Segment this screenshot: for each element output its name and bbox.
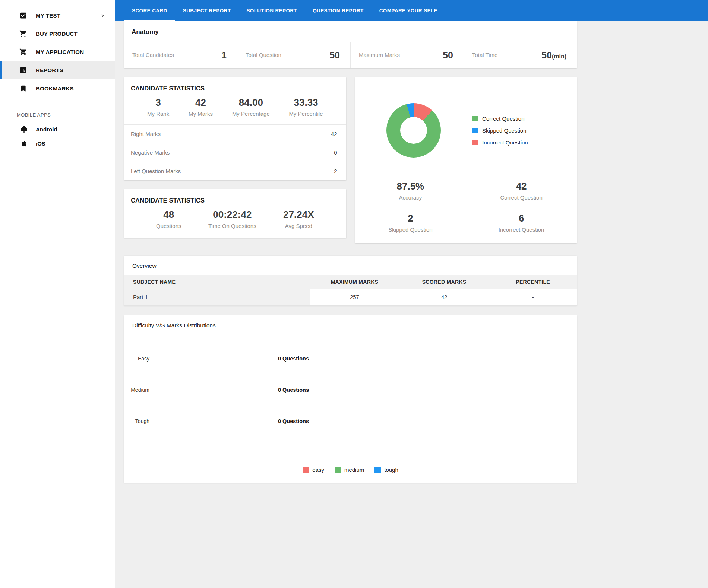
row-negative-marks: Negative Marks 0	[124, 143, 346, 162]
sidebar-item-label: MY TEST	[36, 12, 60, 19]
y-axis-label: Tough	[124, 418, 149, 424]
column-header-scored-marks: SCORED MARKS	[399, 275, 489, 289]
sidebar-item-my-test[interactable]: MY TEST	[0, 6, 115, 25]
stat-label: Questions	[156, 223, 181, 229]
stat-value: 84.00	[232, 97, 270, 108]
legend-medium: medium	[335, 467, 364, 473]
table-row: Part 1 257 42 -	[124, 289, 577, 306]
stat-value: 42	[466, 181, 577, 192]
tab-question-report[interactable]: QUESTION REPORT	[305, 0, 372, 21]
y-axis-label: Medium	[124, 387, 149, 393]
legend-swatch-incorrect	[472, 140, 478, 145]
app-item-label: Android	[36, 126, 57, 133]
legend-swatch-correct	[472, 116, 478, 121]
difficulty-card: Difficulty V/S Marks Distributions Easy …	[124, 315, 577, 483]
legend-label: tough	[384, 467, 398, 473]
legend-tough: tough	[374, 467, 398, 473]
difficulty-row-tough: Tough 0 Questions	[124, 406, 577, 437]
legend-label: Skipped Question	[482, 127, 526, 134]
donut-wrap	[355, 103, 473, 158]
plot-area: 0 Questions	[155, 406, 577, 437]
chevron-right-icon[interactable]	[100, 13, 105, 18]
sidebar-item-bookmarks[interactable]: BOOKMARKS	[0, 79, 115, 98]
cell-subject-name: Part 1	[124, 289, 310, 306]
stat-label: Avg Speed	[283, 223, 314, 229]
sidebar-item-buy-product[interactable]: BUY PRODUCT	[0, 25, 115, 43]
stat-avg-speed: 27.24X Avg Speed	[283, 209, 314, 229]
app-item-label: iOS	[36, 140, 45, 147]
row-value: 42	[331, 131, 337, 137]
stat-value: 2	[355, 213, 466, 224]
sidebar-item-android[interactable]: Android	[0, 122, 115, 136]
stat-total-candidates: Total Candidates 1	[124, 42, 237, 68]
difficulty-title: Difficulty V/S Marks Distributions	[124, 315, 577, 329]
stat-my-percentile: 33.33 My Percentile	[289, 97, 323, 117]
sidebar: MY TEST BUY PRODUCT MY APPLICATION REPOR…	[0, 0, 115, 588]
legend-label: Correct Question	[482, 115, 524, 122]
main-area: SCORE CARD SUBJECT REPORT SOLUTION REPOR…	[115, 0, 708, 588]
candidate-big-stats: 3 My Rank 42 My Marks 84.00 My Percentag…	[124, 92, 346, 124]
stat-label: My Marks	[189, 111, 213, 117]
stat-value: 87.5%	[355, 181, 466, 192]
cell-maximum-marks: 257	[310, 289, 399, 306]
anatomy-stats: Total Candidates 1 Total Question 50 Max…	[124, 42, 577, 68]
cell-percentile: -	[489, 289, 577, 306]
sidebar-item-ios[interactable]: iOS	[0, 136, 115, 150]
stats-column: CANDIDATE STATISTICS 3 My Rank 42 My Mar…	[124, 77, 346, 243]
stat-value: 50	[329, 50, 340, 61]
row-label: Right Marks	[131, 131, 161, 137]
sidebar-item-my-application[interactable]: MY APPLICATION	[0, 43, 115, 61]
legend-label: Incorrect Question	[482, 139, 528, 146]
gridline	[276, 406, 276, 437]
row-right-marks: Right Marks 42	[124, 124, 346, 143]
stat-label: Incorrect Question	[466, 226, 577, 233]
legend-incorrect-question: Incorrect Question	[472, 139, 528, 146]
legend-swatch-tough	[374, 467, 381, 473]
app: MY TEST BUY PRODUCT MY APPLICATION REPOR…	[0, 0, 708, 588]
legend-correct-question: Correct Question	[472, 115, 528, 122]
checked-box-icon	[19, 12, 27, 19]
stat-label: Total Question	[246, 51, 281, 60]
overview-title: Overview	[124, 256, 577, 275]
anatomy-card: Anatomy Total Candidates 1 Total Questio…	[124, 21, 577, 68]
legend-swatch-easy	[303, 467, 309, 473]
cell-scored-marks: 42	[399, 289, 489, 306]
mobile-apps-section-label: MOBILE APPS	[17, 112, 115, 118]
stat-label: Time On Questions	[208, 223, 256, 229]
tab-compare-your-self[interactable]: COMPARE YOUR SELF	[372, 0, 445, 21]
row-left-question-marks: Left Question Marks 2	[124, 162, 346, 180]
sidebar-item-label: BOOKMARKS	[36, 85, 74, 92]
gridline	[276, 374, 276, 406]
tab-solution-report[interactable]: SOLUTION REPORT	[238, 0, 305, 21]
legend-label: medium	[344, 467, 364, 473]
sidebar-item-reports[interactable]: REPORTS	[0, 61, 115, 79]
donut-area: Correct Question Skipped Question Incorr…	[355, 77, 577, 158]
stat-value: 27.24X	[283, 209, 314, 220]
stat-label: Total Time	[472, 51, 497, 60]
y-axis-label: Easy	[124, 356, 149, 362]
column-header-maximum-marks: MAXIMUM MARKS	[310, 275, 399, 289]
row-value: 0	[334, 149, 337, 156]
difficulty-legend: easy medium tough	[124, 467, 577, 473]
row-label: Left Question Marks	[131, 168, 181, 174]
stat-label: My Percentile	[289, 111, 323, 117]
tab-score-card[interactable]: SCORE CARD	[124, 0, 175, 21]
apple-icon	[20, 140, 28, 147]
stat-total-question: Total Question 50	[237, 42, 351, 68]
legend-skipped-question: Skipped Question	[472, 127, 528, 134]
table-header-row: SUBJECT NAME MAXIMUM MARKS SCORED MARKS …	[124, 275, 577, 289]
stats-row: CANDIDATE STATISTICS 3 My Rank 42 My Mar…	[124, 77, 577, 243]
row-label: Negative Marks	[131, 149, 170, 156]
row-value: 2	[334, 168, 337, 174]
tab-subject-report[interactable]: SUBJECT REPORT	[175, 0, 239, 21]
stat-maximum-marks: Maximum Marks 50	[351, 42, 464, 68]
stat-my-percentage: 84.00 My Percentage	[232, 97, 270, 117]
sidebar-item-label: BUY PRODUCT	[36, 31, 78, 37]
bar-value-label: 0 Questions	[278, 356, 309, 362]
sidebar-item-label: REPORTS	[36, 67, 63, 73]
result-chart-card: Correct Question Skipped Question Incorr…	[355, 77, 577, 243]
candidate-statistics-card: CANDIDATE STATISTICS 3 My Rank 42 My Mar…	[124, 77, 346, 180]
stat-label: My Rank	[147, 111, 169, 117]
result-donut-chart	[386, 103, 441, 158]
stat-label: Maximum Marks	[359, 51, 400, 60]
